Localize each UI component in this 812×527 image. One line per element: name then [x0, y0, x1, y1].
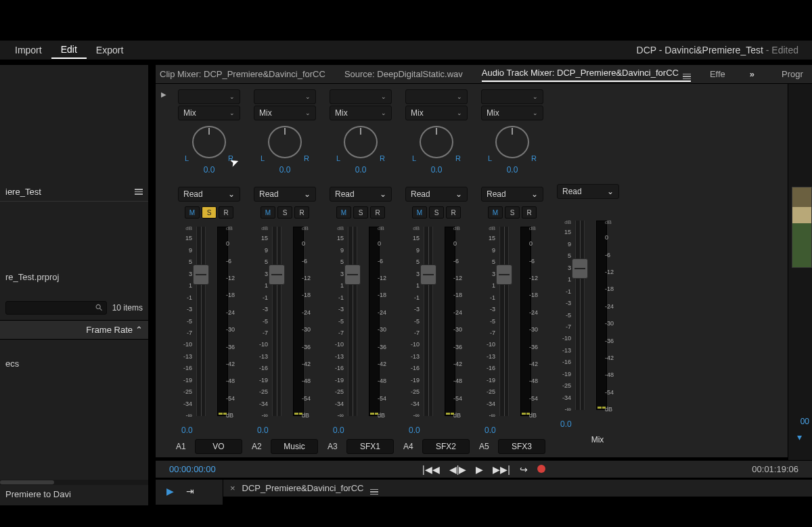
solo-button[interactable]: S	[277, 206, 292, 219]
mute-button[interactable]: M	[185, 206, 200, 219]
program-monitor-panel: 00	[788, 84, 812, 460]
timeline-tool-strip: ▶ ⇥	[156, 479, 223, 505]
automation-mode-dropdown[interactable]: Read⌄	[557, 184, 619, 199]
panel-menu-icon[interactable]	[135, 189, 143, 195]
menu-edit[interactable]: Edit	[51, 41, 87, 59]
close-icon[interactable]: ×	[230, 483, 235, 493]
mute-button[interactable]: M	[412, 206, 427, 219]
automation-mode-dropdown[interactable]: Read⌄	[405, 187, 468, 202]
send-assignment-dropdown[interactable]: ⌄	[481, 89, 543, 104]
track-name[interactable]: VO	[195, 439, 242, 454]
go-to-in-button[interactable]: |◀◀	[422, 464, 440, 475]
record-button[interactable]	[537, 464, 545, 475]
fader-handle[interactable]	[420, 265, 436, 285]
automation-mode-dropdown[interactable]: Read⌄	[254, 187, 316, 202]
output-assignment-dropdown[interactable]: Mix⌄	[330, 106, 392, 120]
menu-import[interactable]: Import	[5, 42, 51, 58]
fader-scale-left: dB159531-1-3-5-7-10-13-16-19-25-34-∞	[176, 223, 192, 421]
fader-track[interactable]	[196, 227, 206, 416]
horizontal-scrollbar[interactable]	[0, 480, 148, 485]
pan-knob[interactable]	[268, 126, 302, 158]
ripple-tool[interactable]: ⇥	[183, 484, 198, 499]
timeline-panel-tab[interactable]: × DCP_Premiere&Davinci_forCC	[223, 479, 812, 497]
fader-handle[interactable]	[496, 265, 512, 285]
tab-audio-track-mixer[interactable]: Audio Track Mixer: DCP_Premiere&Davinci_…	[482, 66, 691, 82]
pan-right-label: R	[228, 154, 233, 162]
program-video-frame	[792, 187, 812, 268]
automation-mode-dropdown[interactable]: Read⌄	[178, 187, 240, 202]
panel-menu-icon[interactable]	[683, 66, 691, 79]
fader-scale-left: dB159531-1-3-5-7-10-13-16-19-25-34-∞	[403, 223, 420, 421]
meter-scale-right: dB0-6-12-18-24-30-36-42-48-54dB	[605, 216, 621, 415]
track-name[interactable]: SFX2	[422, 439, 470, 454]
pan-value: 0.0	[355, 165, 367, 175]
tab-source[interactable]: Source: DeepDigitalStatic.wav	[344, 69, 463, 79]
media-item[interactable]: Premiere to Davi	[0, 486, 148, 502]
step-back-button[interactable]: ◀|▶	[449, 464, 467, 475]
pan-knob[interactable]	[344, 126, 378, 158]
play-button[interactable]: ▶	[476, 464, 483, 475]
meter-scale-right: dB0-6-12-18-24-30-36-42-48-54dB	[378, 223, 394, 421]
tab-clip-mixer[interactable]: Clip Mixer: DCP_Premiere&Davinci_forCC	[160, 69, 325, 79]
output-assignment-dropdown[interactable]: Mix⌄	[405, 106, 468, 120]
send-assignment-dropdown[interactable]: ⌄	[330, 89, 392, 104]
fader-track[interactable]	[348, 227, 357, 416]
output-assignment-dropdown[interactable]: Mix⌄	[481, 106, 543, 120]
playhead-icon[interactable]	[797, 432, 807, 441]
automation-mode-dropdown[interactable]: Read⌄	[330, 187, 392, 202]
track-name[interactable]: SFX3	[498, 439, 545, 454]
panel-menu-icon[interactable]	[370, 482, 378, 495]
fader-track[interactable]	[575, 221, 585, 410]
send-assignment-dropdown[interactable]: ⌄	[254, 89, 316, 104]
column-header-frame-rate[interactable]: Frame Rate ⌃	[0, 320, 148, 340]
solo-button[interactable]: S	[353, 206, 368, 219]
bin-item[interactable]: ecs	[0, 356, 148, 371]
menu-export[interactable]: Export	[87, 42, 133, 58]
track-name[interactable]: Music	[271, 439, 318, 454]
output-assignment-dropdown[interactable]: Mix⌄	[178, 106, 240, 120]
pan-knob[interactable]	[420, 126, 453, 158]
automation-mode-dropdown[interactable]: Read⌄	[481, 187, 543, 202]
tab-effects[interactable]: Effe	[710, 69, 725, 79]
record-enable-button[interactable]: R	[370, 206, 385, 219]
mixer-channel: ⌄ Mix⌄ LR 0.0 Read⌄ M S R dB159531-1-3-5…	[248, 89, 322, 454]
fader-handle[interactable]	[269, 265, 285, 285]
tab-program[interactable]: Progr	[782, 69, 803, 79]
project-search-input[interactable]	[5, 301, 107, 315]
mute-button[interactable]: M	[336, 206, 351, 219]
fader-track[interactable]	[272, 227, 281, 416]
mute-button[interactable]: M	[488, 206, 503, 219]
fader-track[interactable]	[424, 227, 433, 416]
project-panel-title[interactable]: iere_Test	[0, 183, 148, 202]
fader-handle[interactable]	[572, 258, 588, 279]
send-assignment-dropdown[interactable]: ⌄	[178, 89, 240, 104]
pan-knob[interactable]	[495, 126, 529, 158]
record-enable-button[interactable]: R	[294, 206, 309, 219]
mute-button[interactable]: M	[261, 206, 275, 219]
solo-button[interactable]: S	[429, 206, 444, 219]
selection-tool[interactable]: ▶	[162, 484, 177, 499]
record-enable-button[interactable]: R	[446, 206, 461, 219]
loop-button[interactable]: ↪	[520, 464, 528, 475]
meter-scale-right: dB0-6-12-18-24-30-36-42-48-54dB	[453, 223, 470, 421]
tab-overflow-icon[interactable]: »	[750, 69, 754, 79]
fader-track[interactable]	[499, 227, 509, 416]
solo-button[interactable]: S	[202, 206, 217, 219]
expand-effects-toggle[interactable]: ▶	[161, 91, 166, 98]
output-assignment-dropdown[interactable]: Mix⌄	[254, 106, 316, 120]
timecode-current[interactable]: 00:00:00:00	[169, 464, 216, 474]
fader-handle[interactable]	[344, 265, 361, 285]
pan-left-label: L	[336, 154, 340, 162]
go-to-out-button[interactable]: ▶▶|	[493, 464, 510, 475]
solo-button[interactable]: S	[505, 206, 520, 219]
pan-value: 0.0	[507, 165, 518, 175]
track-id: A3	[328, 442, 341, 451]
record-enable-button[interactable]: R	[219, 206, 233, 219]
fader-handle[interactable]	[193, 265, 209, 285]
fader-scale-left: dB159531-1-3-5-7-10-13-16-19-25-34-∞	[252, 223, 268, 421]
track-name[interactable]: SFX1	[346, 439, 394, 454]
track-name[interactable]: Mix	[574, 433, 621, 446]
record-enable-button[interactable]: R	[522, 206, 537, 219]
pan-knob[interactable]	[192, 126, 226, 158]
send-assignment-dropdown[interactable]: ⌄	[405, 89, 468, 104]
